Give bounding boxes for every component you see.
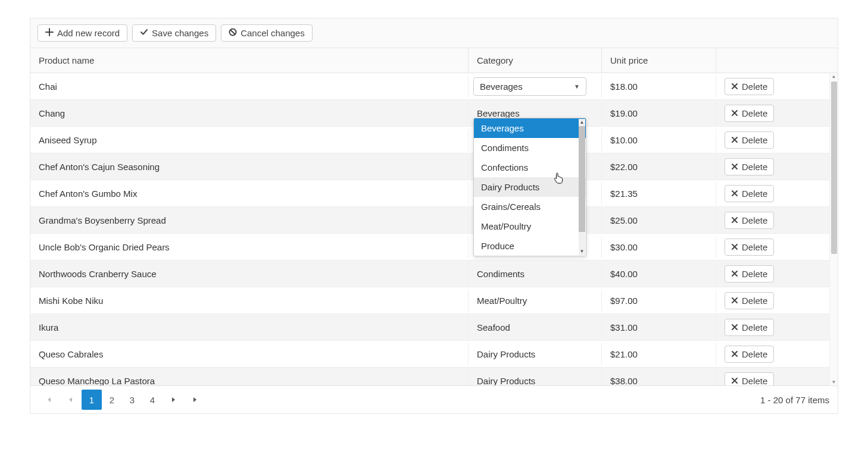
delete-button[interactable]: Delete [725,105,774,122]
cell-category[interactable]: Beverages▼BeveragesCondimentsConfections… [469,75,602,98]
pager-prev-button[interactable] [60,390,80,410]
chevron-down-icon: ▼ [574,83,580,90]
category-dropdown-button[interactable]: Beverages▼ [473,77,586,96]
cell-actions: Delete [716,74,838,99]
pager-next-button[interactable] [164,390,184,410]
pager-page-button[interactable]: 4 [142,390,163,410]
delete-label: Delete [742,296,767,306]
cancel-changes-button[interactable]: Cancel changes [221,24,313,42]
cell-unit-price[interactable]: $21.00 [602,343,716,365]
check-icon [140,28,148,38]
pager-first-button[interactable] [39,390,59,410]
cell-product-name[interactable]: Northwoods Cranberry Sauce [30,263,469,285]
cell-unit-price[interactable]: $31.00 [602,316,716,338]
scroll-thumb[interactable] [831,81,837,254]
delete-button[interactable]: Delete [725,239,774,256]
close-icon [731,162,738,172]
cell-product-name[interactable]: Queso Cabrales [30,343,469,365]
dropdown-option[interactable]: Produce [474,236,586,256]
table-row: Chef Anton's Gumbo MixCondiments$21.35De… [30,180,838,207]
cell-category[interactable]: Seafood [469,316,602,338]
dropdown-option[interactable]: Grains/Cereals [474,197,586,216]
cell-product-name[interactable]: Chef Anton's Cajun Seasoning [30,156,469,178]
delete-button[interactable]: Delete [725,319,774,336]
vertical-scrollbar[interactable]: ▲ ▼ [829,73,838,385]
cell-unit-price[interactable]: $10.00 [602,129,716,151]
header-product-name[interactable]: Product name [30,48,469,73]
cell-product-name[interactable]: Grandma's Boysenberry Spread [30,209,469,231]
category-dropdown[interactable]: Beverages▼BeveragesCondimentsConfections… [473,77,586,96]
cell-product-name[interactable]: Aniseed Syrup [30,129,469,151]
delete-button[interactable]: Delete [725,212,774,229]
cell-actions: Delete [716,128,838,152]
cell-unit-price[interactable]: $40.00 [602,263,716,285]
delete-button[interactable]: Delete [725,185,774,202]
delete-button[interactable]: Delete [725,158,774,175]
cell-category[interactable]: Meat/Poultry [469,290,602,312]
category-dropdown-list[interactable]: BeveragesCondimentsConfectionsDairy Prod… [473,118,586,256]
cell-product-name[interactable]: Mishi Kobe Niku [30,290,469,312]
cell-product-name[interactable]: Chang [30,102,469,124]
delete-button[interactable]: Delete [725,78,774,95]
delete-button[interactable]: Delete [725,265,774,283]
delete-label: Delete [742,108,767,118]
delete-label: Delete [742,189,767,199]
pager-page-button[interactable]: 3 [122,390,142,410]
pager-last-button[interactable] [185,390,205,410]
cell-actions: Delete [716,208,838,233]
cell-product-name[interactable]: Uncle Bob's Organic Dried Pears [30,236,469,258]
save-changes-label: Save changes [152,28,208,38]
delete-button[interactable]: Delete [725,292,774,309]
cell-category[interactable]: Condiments [469,263,602,285]
save-changes-button[interactable]: Save changes [132,24,216,42]
add-new-record-button[interactable]: Add new record [38,24,127,42]
dropdown-option[interactable]: Meat/Poultry [474,216,586,236]
scroll-thumb[interactable] [579,126,585,232]
close-icon [731,242,738,252]
cell-unit-price[interactable]: $97.00 [602,290,716,312]
cell-unit-price[interactable]: $30.00 [602,236,716,258]
cell-unit-price[interactable]: $38.00 [602,370,716,386]
dropdown-option[interactable]: Condiments [474,138,586,158]
dropdown-option[interactable]: Confections [474,158,586,177]
cell-product-name[interactable]: Ikura [30,316,469,338]
cell-actions: Delete [716,262,838,286]
cell-product-name[interactable]: Chef Anton's Gumbo Mix [30,183,469,205]
table-row: Queso Manchego La PastoraDairy Products$… [30,368,838,385]
dropdown-scrollbar[interactable]: ▲▼ [579,119,585,255]
cell-category[interactable]: Dairy Products [469,343,602,365]
cell-product-name[interactable]: Chai [30,76,469,98]
header-category[interactable]: Category [469,48,602,73]
pager-page-button[interactable]: 1 [82,390,102,410]
delete-button[interactable]: Delete [725,372,774,386]
cell-unit-price[interactable]: $21.35 [602,183,716,205]
delete-label: Delete [742,215,767,225]
cell-unit-price[interactable]: $18.00 [602,76,716,98]
cell-actions: Delete [716,181,838,206]
delete-button[interactable]: Delete [725,346,774,363]
delete-label: Delete [742,135,767,145]
close-icon [731,215,738,225]
cell-unit-price[interactable]: $19.00 [602,102,716,124]
dropdown-option[interactable]: Dairy Products [474,177,586,197]
pager-page-button[interactable]: 2 [102,390,122,410]
cell-actions: Delete [716,369,838,386]
dropdown-option[interactable]: Beverages [474,118,586,138]
delete-label: Delete [742,322,767,332]
close-icon [731,376,738,386]
scroll-down-arrow-icon[interactable]: ▼ [579,248,585,255]
cell-actions: Delete [716,342,838,366]
delete-button[interactable]: Delete [725,131,774,149]
cell-unit-price[interactable]: $22.00 [602,156,716,178]
plus-icon [45,28,54,38]
table-row: Uncle Bob's Organic Dried PearsProduce$3… [30,234,838,261]
scroll-up-arrow-icon[interactable]: ▲ [830,74,838,79]
data-grid: Add new record Save changes Cancel chang… [30,18,838,414]
cell-category[interactable]: Dairy Products [469,370,602,386]
scroll-up-arrow-icon[interactable]: ▲ [579,119,585,126]
header-unit-price[interactable]: Unit price [602,48,716,73]
cell-product-name[interactable]: Queso Manchego La Pastora [30,370,469,386]
scroll-down-arrow-icon[interactable]: ▼ [830,379,838,385]
cell-unit-price[interactable]: $25.00 [602,209,716,231]
ban-icon [229,28,237,38]
